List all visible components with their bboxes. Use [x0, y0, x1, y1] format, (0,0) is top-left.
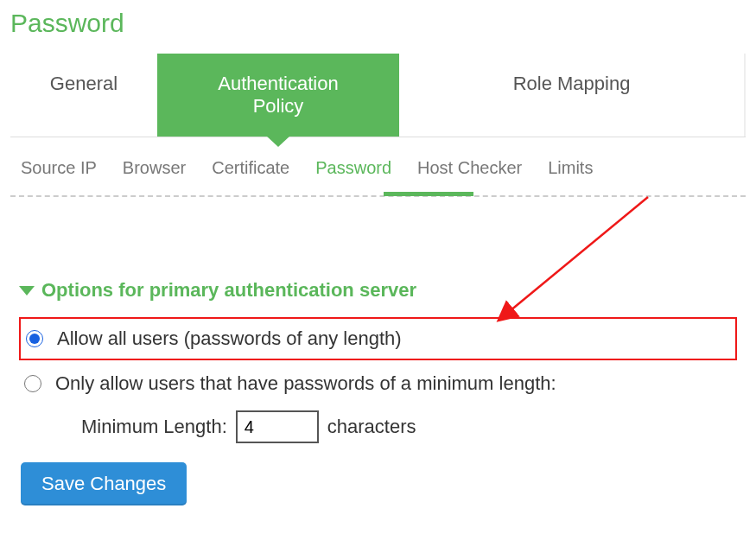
- option-allow-all-users[interactable]: Allow all users (passwords of any length…: [19, 317, 737, 360]
- tab-general[interactable]: General: [10, 54, 157, 137]
- minimum-length-suffix: characters: [327, 416, 416, 438]
- subtab-source-ip[interactable]: Source IP: [21, 158, 97, 183]
- subtab-limits[interactable]: Limits: [548, 158, 593, 183]
- subtab-certificate[interactable]: Certificate: [212, 158, 289, 183]
- radio-allow-all[interactable]: [26, 330, 43, 347]
- section-header-label: Options for primary authentication serve…: [41, 279, 416, 302]
- tab-role-mapping[interactable]: Role Mapping: [399, 54, 746, 137]
- tab-authentication-policy[interactable]: Authentication Policy: [157, 54, 399, 137]
- save-changes-button[interactable]: Save Changes: [21, 462, 187, 505]
- subtab-host-checker[interactable]: Host Checker: [417, 158, 522, 183]
- option-minimum-length[interactable]: Only allow users that have passwords of …: [19, 366, 737, 402]
- subtab-browser[interactable]: Browser: [123, 158, 186, 183]
- primary-tabs: General Authentication Policy Role Mappi…: [10, 54, 746, 137]
- section-header[interactable]: Options for primary authentication serve…: [19, 279, 737, 302]
- radio-min-length[interactable]: [24, 375, 41, 392]
- primary-auth-section: Options for primary authentication serve…: [10, 279, 746, 505]
- sub-tabs: Source IP Browser Certificate Password H…: [10, 137, 746, 197]
- subtab-password[interactable]: Password: [315, 158, 391, 183]
- svg-marker-0: [19, 286, 35, 296]
- minimum-length-input[interactable]: [236, 410, 319, 443]
- page-title: Password: [10, 9, 746, 38]
- chevron-down-icon: [19, 284, 35, 296]
- minimum-length-row: Minimum Length: characters: [81, 410, 737, 443]
- option-allow-all-label: Allow all users (passwords of any length…: [57, 327, 402, 350]
- option-min-length-label: Only allow users that have passwords of …: [55, 372, 556, 395]
- minimum-length-label: Minimum Length:: [81, 416, 227, 438]
